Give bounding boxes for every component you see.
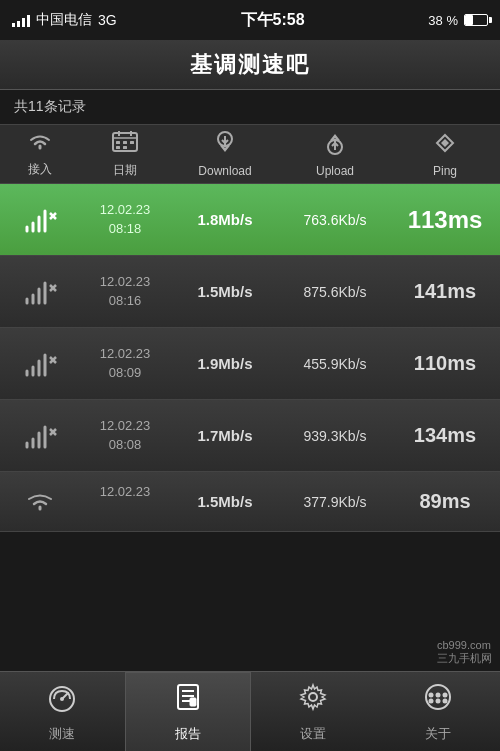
title-bar: 基调测速吧 [0,40,500,90]
ping-col-icon [431,131,459,160]
table-row[interactable]: 12.02.23 08:18 1.8Mb/s 763.6Kb/s 113ms [0,184,500,256]
tab-settings-label: 设置 [300,725,326,743]
cell-download: 1.9Mb/s [170,355,280,372]
svg-rect-7 [116,146,120,149]
report-icon [172,681,204,720]
records-count: 共11条记录 [0,90,500,124]
col-download-label: Download [198,164,251,178]
cell-ping: 113ms [390,206,500,234]
main-content: 共11条记录 接入 [0,90,500,721]
gear-icon [297,681,329,720]
watermark: cb999.com 三九手机网 [437,639,492,666]
cell-ping: 110ms [390,352,500,375]
tab-speedtest-label: 测速 [49,725,75,743]
data-rows: 12.02.23 08:18 1.8Mb/s 763.6Kb/s 113ms [0,184,500,532]
status-bar: 中国电信 3G 下午5:58 38 % [0,0,500,40]
cell-upload: 377.9Kb/s [280,494,390,510]
row1-date2: 08:18 [109,220,142,238]
cell-signal [0,489,80,515]
cell-upload: 455.9Kb/s [280,356,390,372]
row5-date1: 12.02.23 [100,483,151,501]
cell-download: 1.8Mb/s [170,211,280,228]
cell-ping: 89ms [390,490,500,513]
carrier-signal [12,13,30,27]
tab-settings[interactable]: 设置 [251,672,376,751]
svg-point-52 [435,692,440,697]
network-type: 3G [98,12,117,28]
svg-rect-6 [130,141,134,144]
row3-date2: 08:09 [109,364,142,382]
cell-signal [0,279,80,305]
svg-point-54 [428,698,433,703]
tab-report-label: 报告 [175,725,201,743]
svg-rect-8 [123,146,127,149]
cell-signal [0,423,80,449]
tab-about-label: 关于 [425,725,451,743]
cell-download: 1.7Mb/s [170,427,280,444]
table-row[interactable]: 12.02.23 08:16 1.5Mb/s 875.6Kb/s 141ms [0,256,500,328]
col-upload-label: Upload [316,164,354,178]
tab-speedtest[interactable]: 测速 [0,672,125,751]
cell-ping: 134ms [390,424,500,447]
svg-rect-5 [123,141,127,144]
col-ping: Ping [390,131,500,178]
table-row[interactable]: 12.02.23 00:00 1.5Mb/s 377.9Kb/s 89ms [0,472,500,532]
about-icon [422,681,454,720]
tab-report[interactable]: 报告 [125,672,252,751]
status-time: 下午5:58 [241,10,305,31]
svg-point-43 [60,697,64,701]
status-right: 38 % [428,13,488,28]
col-date-label: 日期 [113,162,137,179]
cell-date: 12.02.23 08:09 [80,345,170,381]
cell-signal [0,207,80,233]
svg-point-56 [442,698,447,703]
signal-col-icon [26,130,54,157]
svg-marker-16 [441,139,449,147]
col-signal: 接入 [0,130,80,178]
status-left: 中国电信 3G [12,11,117,29]
upload-col-icon [321,131,349,160]
col-upload: Upload [280,131,390,178]
svg-rect-4 [116,141,120,144]
battery-percentage: 38 % [428,13,458,28]
row4-date1: 12.02.23 [100,417,151,435]
table-row[interactable]: 12.02.23 08:08 1.7Mb/s 939.3Kb/s 134ms [0,400,500,472]
tab-bar: 测速 报告 设置 [0,671,500,751]
cell-upload: 939.3Kb/s [280,428,390,444]
svg-point-53 [442,692,447,697]
column-headers: 接入 日期 [0,124,500,184]
cell-upload: 763.6Kb/s [280,212,390,228]
svg-point-51 [428,692,433,697]
cell-download: 1.5Mb/s [170,493,280,510]
svg-point-55 [435,698,440,703]
row2-date2: 08:16 [109,292,142,310]
cell-download: 1.5Mb/s [170,283,280,300]
tab-about[interactable]: 关于 [376,672,501,751]
speedtest-icon [46,681,78,720]
svg-rect-48 [190,698,196,706]
col-download: Download [170,131,280,178]
cell-upload: 875.6Kb/s [280,284,390,300]
table-row[interactable]: 12.02.23 08:09 1.9Mb/s 455.9Kb/s 110ms [0,328,500,400]
carrier-name: 中国电信 [36,11,92,29]
app-title: 基调测速吧 [190,50,310,80]
row3-date1: 12.02.23 [100,345,151,363]
row1-date1: 12.02.23 [100,201,151,219]
cell-date: 12.02.23 08:16 [80,273,170,309]
date-col-icon [111,129,139,158]
col-ping-label: Ping [433,164,457,178]
cell-date: 12.02.23 00:00 [80,483,170,519]
svg-point-49 [309,693,317,701]
cell-date: 12.02.23 08:18 [80,201,170,237]
cell-date: 12.02.23 08:08 [80,417,170,453]
col-date: 日期 [80,129,170,179]
cell-signal [0,351,80,377]
row2-date1: 12.02.23 [100,273,151,291]
battery-icon [464,14,488,26]
row4-date2: 08:08 [109,436,142,454]
col-signal-label: 接入 [28,161,52,178]
cell-ping: 141ms [390,280,500,303]
download-col-icon [211,131,239,160]
